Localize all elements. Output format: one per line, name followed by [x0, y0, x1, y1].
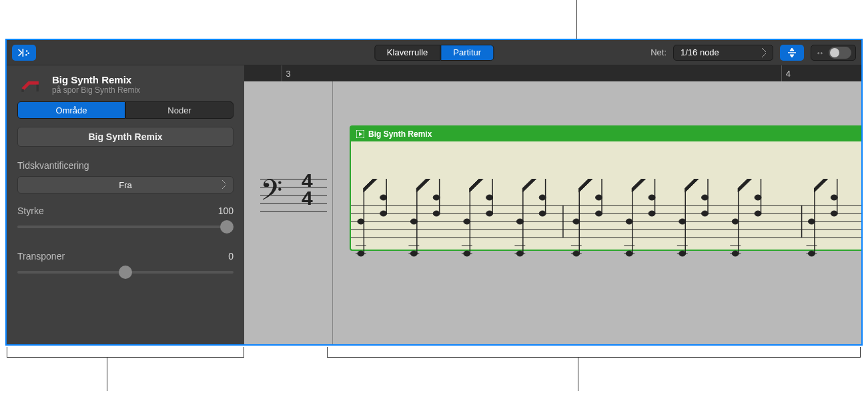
svg-point-19 [358, 219, 364, 224]
callout-line-top [576, 0, 577, 40]
svg-point-57 [596, 211, 602, 216]
svg-point-73 [679, 219, 686, 224]
region-header: Big Synth Remix på spor Big Synth Remix [17, 73, 234, 95]
svg-point-3 [25, 54, 27, 56]
inspector-sidebar: Big Synth Remix på spor Big Synth Remix … [7, 65, 244, 344]
tab-notes[interactable]: Noder [125, 101, 234, 119]
svg-point-82 [732, 219, 739, 224]
svg-point-21 [380, 211, 387, 216]
svg-point-46 [516, 219, 523, 224]
quantize-label: Tidskvantificering [17, 160, 234, 171]
ruler-mark-3: 3 [286, 69, 291, 79]
tab-region[interactable]: Område [17, 101, 125, 119]
svg-point-28 [410, 219, 417, 224]
divider-line [332, 81, 333, 344]
score-editor-window: Klaverrulle Partitur Net: 1/16 node ↔ [5, 39, 863, 346]
svg-point-29 [433, 195, 440, 200]
svg-rect-6 [37, 85, 39, 91]
svg-point-38 [486, 195, 493, 200]
strength-label: Styrke [17, 205, 44, 216]
region-header-bar[interactable]: Big Synth Remix [351, 127, 861, 141]
notation-staff[interactable] [351, 141, 861, 275]
vertical-autozoom-button[interactable] [780, 45, 804, 61]
svg-marker-95 [814, 179, 837, 192]
svg-point-39 [486, 211, 493, 216]
svg-marker-23 [364, 179, 387, 192]
score-main-area: 3 4 𝄢 4 4 Big [244, 65, 861, 344]
svg-point-66 [648, 211, 655, 216]
svg-point-74 [702, 195, 709, 200]
grid-select[interactable]: 1/16 node [673, 45, 773, 61]
svg-rect-5 [21, 89, 23, 92]
view-mode-segment: Klaverrulle Partitur [374, 45, 494, 61]
grid-value: 1/16 node [681, 47, 719, 57]
bass-clef-icon: 𝄢 [260, 173, 282, 214]
transpose-slider[interactable] [17, 266, 234, 279]
time-signature: 4 4 [302, 172, 313, 207]
strength-slider[interactable] [17, 220, 234, 234]
horizontal-autozoom-control: ↔ [811, 45, 856, 61]
transpose-value: 0 [228, 251, 234, 262]
svg-point-65 [648, 195, 655, 200]
svg-point-91 [809, 219, 815, 224]
midi-region[interactable]: Big Synth Remix [350, 125, 861, 251]
arrows-icon: ↔ [815, 47, 825, 58]
inspector-tabs: Område Noder [17, 101, 234, 119]
svg-marker-86 [738, 179, 761, 192]
quantize-select[interactable]: Fra [17, 176, 234, 193]
svg-marker-32 [416, 179, 440, 192]
region-subtitle: på spor Big Synth Remix [52, 85, 140, 95]
bar-ruler[interactable]: 3 4 [244, 65, 861, 81]
content-area: Big Synth Remix på spor Big Synth Remix … [7, 65, 861, 344]
callout-brackets [7, 347, 864, 407]
svg-point-2 [27, 52, 29, 54]
svg-point-30 [433, 211, 440, 216]
region-title: Big Synth Remix [52, 74, 140, 85]
svg-marker-50 [522, 179, 546, 192]
svg-marker-77 [685, 179, 709, 192]
svg-point-64 [626, 219, 632, 224]
svg-rect-0 [23, 49, 24, 57]
svg-marker-59 [579, 179, 602, 192]
svg-point-47 [539, 195, 546, 200]
ruler-mark-4: 4 [786, 69, 791, 79]
svg-point-55 [573, 219, 580, 224]
quantize-value: Fra [119, 180, 132, 190]
svg-point-37 [464, 219, 470, 224]
svg-marker-41 [470, 179, 493, 192]
svg-point-83 [755, 195, 761, 200]
svg-point-75 [702, 211, 709, 216]
svg-point-84 [755, 211, 761, 216]
strength-value: 100 [218, 205, 234, 216]
score-viewport[interactable]: 𝄢 4 4 Big Synth Remix [244, 81, 861, 344]
grid-label: Net: [650, 47, 667, 57]
svg-point-93 [831, 211, 837, 216]
toolbar: Klaverrulle Partitur Net: 1/16 node ↔ [7, 40, 861, 65]
svg-point-1 [26, 50, 28, 52]
catch-playhead-button[interactable] [12, 45, 36, 61]
region-bar-title: Big Synth Remix [368, 129, 432, 139]
autozoom-toggle[interactable] [829, 47, 851, 59]
svg-point-92 [831, 195, 837, 200]
tab-score[interactable]: Partitur [440, 45, 494, 61]
tab-piano-roll[interactable]: Klaverrulle [374, 45, 440, 61]
instrument-icon [17, 73, 44, 95]
play-icon [356, 130, 364, 138]
svg-point-48 [539, 211, 546, 216]
svg-point-20 [380, 195, 387, 200]
transpose-label: Transponer [17, 251, 65, 262]
svg-marker-68 [632, 179, 655, 192]
clef-gutter: 𝄢 4 4 [244, 81, 332, 344]
svg-point-56 [596, 195, 602, 200]
region-name-field[interactable]: Big Synth Remix [17, 127, 234, 147]
